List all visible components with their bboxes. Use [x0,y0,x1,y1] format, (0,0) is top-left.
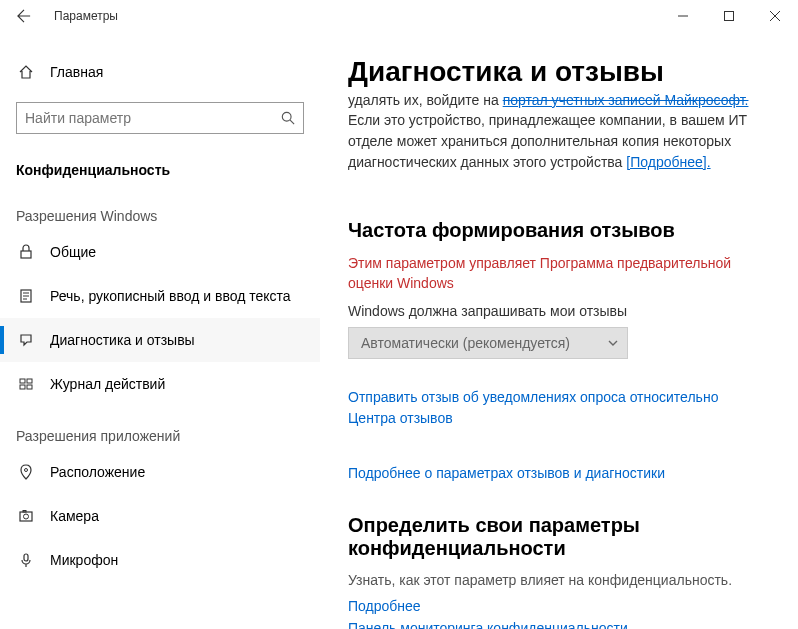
history-icon [16,374,36,394]
titlebar: Параметры [0,0,798,32]
sidebar-item-microphone[interactable]: Микрофон [0,538,320,582]
sidebar-home-label: Главная [50,64,103,80]
truncated-paragraph: удалять их, войдите на портал учетных за… [348,92,770,108]
svg-rect-7 [27,385,32,389]
svg-rect-0 [725,12,734,21]
account-portal-link[interactable]: портал учетных записей Майкрософт. [503,92,749,108]
send-feedback-link[interactable]: Отправить отзыв об уведомлениях опроса о… [348,387,770,429]
chevron-down-icon [607,337,619,349]
learn-more-link[interactable]: [Подробнее]. [626,154,710,170]
maximize-icon [724,11,734,21]
sidebar-item-label: Речь, рукописный ввод и ввод текста [50,288,291,304]
svg-rect-12 [24,554,28,561]
sidebar-item-label: Микрофон [50,552,118,568]
feedback-frequency-dropdown[interactable]: Автоматически (рекомендуется) [348,327,628,359]
maximize-button[interactable] [706,0,752,32]
sidebar-group-app-perms: Разрешения приложений [0,406,320,450]
svg-point-8 [25,469,28,472]
feedback-dropdown-label: Windows должна запрашивать мои отзывы [348,303,770,319]
main-content: Диагностика и отзывы удалять их, войдите… [320,32,798,629]
sidebar-section: Конфиденциальность [0,148,320,186]
location-icon [16,462,36,482]
dropdown-value: Автоматически (рекомендуется) [361,335,570,351]
sidebar-item-general[interactable]: Общие [0,230,320,274]
camera-icon [16,506,36,526]
page-title: Диагностика и отзывы [348,56,770,88]
section-feedback-frequency: Частота формирования отзывов [348,219,770,242]
window-title: Параметры [54,9,118,23]
sidebar: Главная Конфиденциальность Разрешения Wi… [0,32,320,629]
svg-rect-11 [23,511,26,513]
section-privacy-settings: Определить свои параметры конфиденциальн… [348,514,770,560]
svg-rect-5 [27,379,32,383]
minimize-button[interactable] [660,0,706,32]
sidebar-item-label: Расположение [50,464,145,480]
svg-rect-2 [21,251,31,258]
privacy-learn-more-link[interactable]: Подробнее [348,598,770,614]
sidebar-item-label: Диагностика и отзывы [50,332,195,348]
svg-rect-6 [20,385,25,389]
search-input[interactable] [25,110,281,126]
insider-notice: Этим параметром управляет Программа пред… [348,254,770,293]
microphone-icon [16,550,36,570]
sidebar-item-speech-inking[interactable]: Речь, рукописный ввод и ввод текста [0,274,320,318]
search-box[interactable] [16,102,304,134]
sidebar-home[interactable]: Главная [0,52,320,92]
sidebar-item-label: Камера [50,508,99,524]
privacy-subtext: Узнать, как этот параметр влияет на конф… [348,572,770,588]
svg-point-1 [282,112,291,121]
minimize-icon [678,11,688,21]
search-icon [281,111,295,125]
back-button[interactable] [8,0,40,32]
sidebar-item-label: Журнал действий [50,376,165,392]
privacy-dashboard-link[interactable]: Панель мониторинга конфиденциальности [348,620,770,629]
learn-more-feedback-link[interactable]: Подробнее о параметрах отзывов и диагнос… [348,463,770,484]
svg-rect-9 [20,512,32,521]
sidebar-item-camera[interactable]: Камера [0,494,320,538]
sidebar-item-location[interactable]: Расположение [0,450,320,494]
device-notice: Если это устройство, принадлежащее компа… [348,110,770,173]
close-icon [770,11,780,21]
svg-rect-4 [20,379,25,383]
close-button[interactable] [752,0,798,32]
sidebar-group-windows-perms: Разрешения Windows [0,186,320,230]
svg-point-10 [24,514,29,519]
clipboard-icon [16,286,36,306]
lock-icon [16,242,36,262]
feedback-icon [16,330,36,350]
sidebar-item-label: Общие [50,244,96,260]
sidebar-item-diagnostics[interactable]: Диагностика и отзывы [0,318,320,362]
home-icon [16,62,36,82]
sidebar-item-activity-history[interactable]: Журнал действий [0,362,320,406]
arrow-left-icon [17,9,31,23]
